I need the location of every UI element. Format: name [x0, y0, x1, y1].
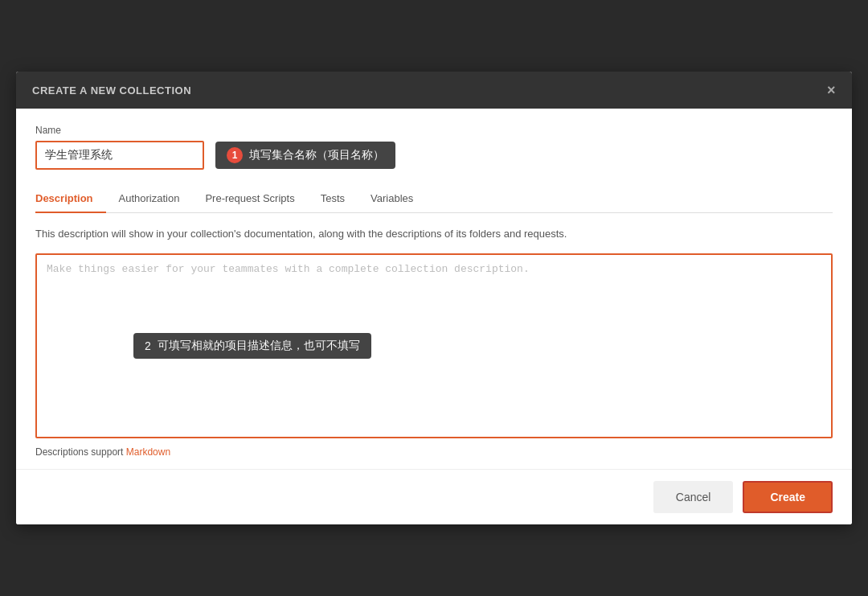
tab-pre-request-scripts[interactable]: Pre-request Scripts [192, 184, 307, 212]
close-icon[interactable]: × [827, 83, 836, 97]
description-info: This description will show in your colle… [35, 226, 833, 242]
modal-title: CREATE A NEW COLLECTION [32, 84, 191, 97]
modal-footer: Cancel Create [16, 469, 852, 524]
tab-tests[interactable]: Tests [308, 184, 358, 212]
tab-description[interactable]: Description [35, 184, 106, 212]
description-textarea[interactable]: Make things easier for your teammates wi… [37, 255, 831, 437]
modal-dialog: CREATE A NEW COLLECTION × Name 1 填写集合名称（… [16, 72, 852, 524]
markdown-note: Descriptions support Markdown [35, 438, 833, 469]
name-tooltip: 1 填写集合名称（项目名称） [215, 142, 395, 169]
markdown-link[interactable]: Markdown [126, 446, 170, 458]
name-input[interactable] [35, 141, 204, 170]
tooltip1-text: 填写集合名称（项目名称） [249, 148, 384, 162]
modal-body: Name 1 填写集合名称（项目名称） Description Authoriz… [16, 109, 852, 469]
description-section: This description will show in your colle… [35, 213, 833, 469]
description-textarea-container: Make things easier for your teammates wi… [35, 253, 833, 438]
tab-authorization[interactable]: Authorization [106, 184, 193, 212]
modal-header: CREATE A NEW COLLECTION × [16, 72, 852, 109]
name-label: Name [35, 125, 833, 136]
tabs-container: Description Authorization Pre-request Sc… [35, 184, 833, 213]
name-row: 1 填写集合名称（项目名称） [35, 141, 833, 170]
create-button[interactable]: Create [743, 481, 833, 513]
tab-variables[interactable]: Variables [358, 184, 426, 212]
tooltip1-badge: 1 [227, 147, 243, 163]
modal-overlay: CREATE A NEW COLLECTION × Name 1 填写集合名称（… [0, 0, 868, 596]
cancel-button[interactable]: Cancel [653, 481, 734, 513]
